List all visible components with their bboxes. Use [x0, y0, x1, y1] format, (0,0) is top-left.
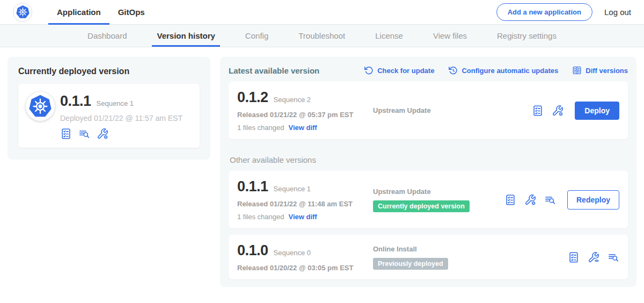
deploy-logs-icon[interactable]	[544, 194, 556, 206]
edit-config-icon[interactable]	[524, 194, 536, 206]
deploy-logs-icon[interactable]	[608, 251, 619, 263]
subnav-tab-dashboard-label: Dashboard	[87, 31, 127, 40]
refresh-icon	[364, 66, 374, 75]
subnav-tab-config-label: Config	[245, 31, 268, 40]
view-diff-link[interactable]: View diff	[288, 124, 317, 132]
kubernetes-logo-icon	[28, 94, 53, 119]
check-for-update-label: Check for update	[377, 67, 434, 75]
deployed-timestamp: Deployed 01/21/22 @ 11:57 am EST	[60, 114, 182, 122]
tab-gitops-label: GitOps	[118, 8, 145, 17]
subnav-tab-license-label: License	[375, 31, 403, 40]
subnav-tab-view-files[interactable]: View files	[433, 25, 467, 47]
files-changed-label: 1 files changed	[237, 124, 284, 132]
sequence-label: Sequence 2	[274, 96, 311, 104]
update-actions: Check for update Configure automatic upd…	[364, 66, 628, 75]
version-number: 0.1.1	[237, 178, 268, 195]
released-timestamp: Released 01/21/22 @ 11:48 am EST	[237, 200, 373, 208]
edit-config-icon[interactable]	[97, 128, 108, 140]
top-nav-tabs: Application GitOps	[48, 0, 153, 25]
sequence-label: Sequence 1	[274, 185, 311, 193]
diff-versions-link[interactable]: Diff versions	[572, 66, 628, 75]
logout-button[interactable]: Log out	[604, 8, 631, 17]
auto-update-icon	[448, 66, 458, 75]
subnav-tab-dashboard[interactable]: Dashboard	[87, 25, 127, 47]
diff-icon	[572, 66, 582, 75]
version-source-label: Upstream Update	[373, 106, 532, 114]
released-timestamp: Released 01/21/22 @ 05:37 pm EST	[237, 111, 373, 119]
top-nav-right: Add a new application Log out	[496, 3, 631, 21]
version-source-label: Upstream Update	[373, 187, 504, 196]
previously-deployed-badge: Previously deployed	[373, 258, 448, 270]
configure-automatic-updates-label: Configure automatic updates	[462, 67, 558, 75]
release-notes-icon[interactable]	[568, 251, 580, 263]
subnav-tab-license[interactable]: License	[375, 25, 403, 47]
released-timestamp: Released 01/20/22 @ 03:05 pm EST	[237, 264, 373, 272]
redeploy-button[interactable]: Redeploy	[567, 190, 619, 210]
version-card-0-1-0: 0.1.0 Sequence 0 Released 01/20/22 @ 03:…	[229, 235, 628, 279]
subnav-tab-registry-settings[interactable]: Registry settings	[497, 25, 557, 47]
tab-application[interactable]: Application	[48, 0, 109, 25]
subnav-tab-version-history-label: Version history	[157, 31, 215, 40]
subnav-tab-config[interactable]: Config	[245, 25, 268, 47]
release-notes-icon[interactable]	[504, 194, 516, 206]
latest-available-title: Latest available version	[229, 66, 319, 75]
subnav-tab-view-files-label: View files	[433, 31, 467, 40]
other-available-versions-title: Other available versions	[230, 155, 628, 164]
currently-deployed-badge: Currently deployed version	[373, 200, 470, 212]
currently-deployed-card: 0.1.1 Sequence 1 Deployed 01/21/22 @ 11:…	[18, 84, 200, 148]
version-number: 0.1.0	[237, 242, 268, 259]
deploy-logs-icon[interactable]	[78, 128, 90, 140]
version-source-label: Online Install	[373, 245, 568, 253]
main-content: Currently deployed version 0.1.1 Sequenc…	[0, 47, 644, 287]
deployed-sequence-label: Sequence 1	[97, 99, 134, 107]
deploy-button[interactable]: Deploy	[575, 102, 619, 120]
subnav-tab-troubleshoot[interactable]: Troubleshoot	[298, 25, 345, 47]
tab-gitops[interactable]: GitOps	[109, 0, 153, 25]
currently-deployed-title: Currently deployed version	[18, 67, 200, 76]
app-logo	[13, 3, 32, 22]
subnav-tab-troubleshoot-label: Troubleshoot	[298, 31, 345, 40]
configure-automatic-updates-link[interactable]: Configure automatic updates	[448, 66, 558, 75]
release-notes-icon[interactable]	[60, 128, 72, 140]
diff-versions-label: Diff versions	[586, 67, 628, 75]
edit-config-icon[interactable]	[552, 105, 564, 117]
kubernetes-logo-icon	[16, 5, 30, 19]
sequence-label: Sequence 0	[274, 249, 311, 257]
app-subnav: Dashboard Version history Config Trouble…	[0, 25, 644, 47]
top-navbar: Application GitOps Add a new application…	[0, 0, 644, 25]
subnav-tab-registry-settings-label: Registry settings	[497, 31, 557, 40]
files-changed-label: 1 files changed	[237, 213, 284, 221]
version-history-panel: Latest available version Check for updat…	[220, 57, 636, 287]
app-logo-large	[26, 92, 55, 121]
add-application-button[interactable]: Add a new application	[496, 3, 592, 21]
release-notes-icon[interactable]	[532, 105, 544, 117]
version-card-0-1-2: 0.1.2 Sequence 2 Released 01/21/22 @ 05:…	[229, 82, 628, 139]
currently-deployed-panel: Currently deployed version 0.1.1 Sequenc…	[8, 57, 210, 160]
tab-application-label: Application	[57, 8, 101, 17]
subnav-tab-version-history[interactable]: Version history	[157, 25, 215, 47]
version-card-0-1-1: 0.1.1 Sequence 1 Released 01/21/22 @ 11:…	[229, 171, 628, 228]
view-diff-link[interactable]: View diff	[288, 213, 317, 221]
version-number: 0.1.2	[237, 89, 268, 106]
view-config-icon[interactable]	[588, 251, 599, 263]
deployed-version-number: 0.1.1	[60, 93, 91, 110]
check-for-update-link[interactable]: Check for update	[364, 66, 434, 75]
